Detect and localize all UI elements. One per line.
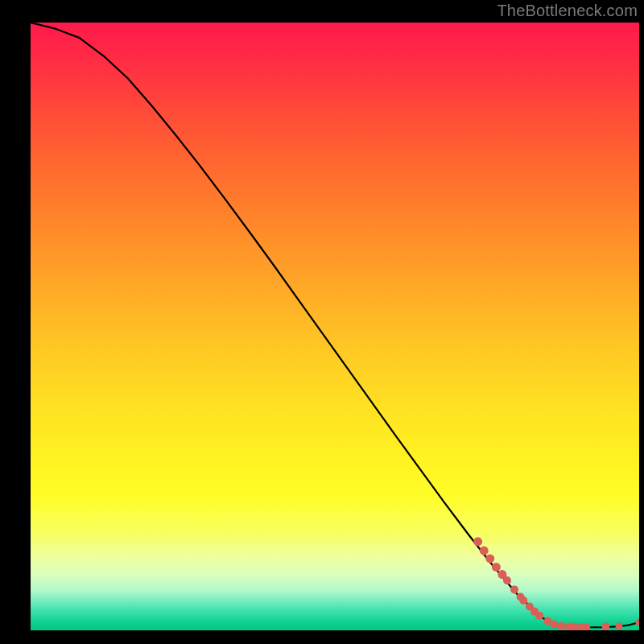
- bottleneck-curve: [31, 23, 639, 627]
- marker-point: [601, 622, 609, 630]
- attribution-label: TheBottleneck.com: [497, 2, 638, 20]
- chart-container: TheBottleneck.com: [0, 0, 644, 644]
- marker-point: [503, 576, 511, 584]
- marker-point: [480, 547, 489, 555]
- chart-svg: [31, 23, 639, 630]
- marker-point: [535, 612, 543, 620]
- highlighted-points: [473, 537, 639, 630]
- marker-point: [616, 622, 623, 630]
- marker-point: [519, 597, 527, 605]
- marker-point: [510, 585, 518, 593]
- marker-point: [492, 563, 501, 572]
- marker-point: [636, 619, 640, 626]
- marker-point: [550, 620, 558, 628]
- marker-point: [473, 537, 482, 546]
- marker-point: [557, 622, 565, 630]
- plot-area: [31, 23, 639, 630]
- marker-point: [485, 554, 494, 563]
